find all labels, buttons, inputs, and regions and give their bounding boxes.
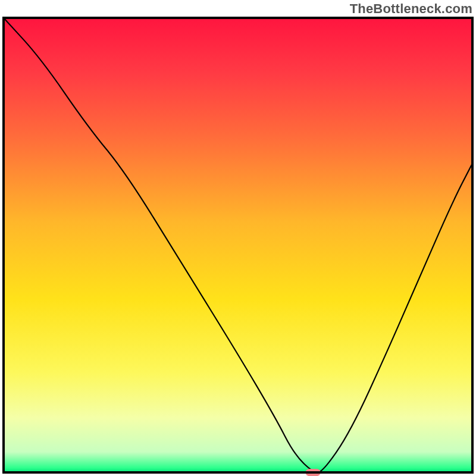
gradient-background [4,18,472,472]
bottleneck-chart: TheBottleneck.com [0,0,476,476]
watermark-text: TheBottleneck.com [350,1,472,17]
chart-svg [0,0,476,476]
plot-area [4,18,472,476]
